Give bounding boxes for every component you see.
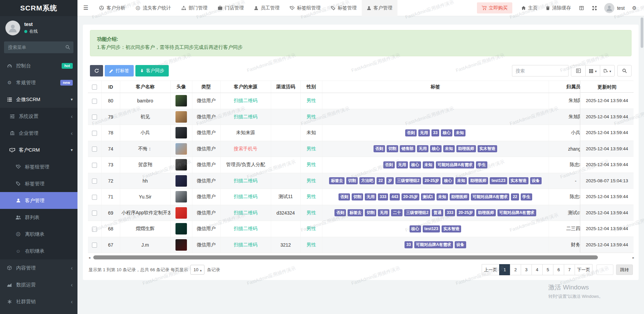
- row-checkbox[interactable]: [92, 115, 97, 120]
- id-cell: 68: [101, 221, 120, 237]
- table-row[interactable]: 72hh微信用户扫描二维码男性标签去切割方法吧22岁三级管理组220-25岁核心…: [88, 173, 634, 189]
- type-cell: 微信用户: [192, 157, 220, 173]
- tab-tag[interactable]: 标签管理: [326, 0, 362, 16]
- clear-cache-link[interactable]: 清除缓存: [542, 5, 575, 11]
- settings-gear-icon[interactable]: ⚙: [628, 5, 641, 11]
- scroll-right-arrow-icon[interactable]: [633, 255, 634, 260]
- pagination-page-4[interactable]: 4: [532, 264, 543, 275]
- sidebar-item-general[interactable]: ⚙常规管理new: [0, 74, 77, 91]
- tab-department[interactable]: 部门管理: [176, 0, 213, 16]
- user-panel[interactable]: test 在线: [0, 16, 77, 38]
- source-cell: 扫描二维码: [220, 109, 271, 125]
- sidebar-item-company[interactable]: 企业管理‹: [0, 125, 77, 142]
- horizontal-scrollbar[interactable]: [89, 255, 633, 260]
- select-all-checkbox[interactable]: [92, 85, 97, 90]
- tab-label: 标签组管理: [297, 5, 321, 11]
- refresh-button[interactable]: [90, 65, 103, 76]
- customer-avatar: [175, 143, 187, 155]
- pagination-page-5[interactable]: 5: [542, 264, 553, 275]
- users-icon: [14, 215, 22, 220]
- vertical-scrollbar[interactable]: [641, 18, 643, 311]
- search-button[interactable]: [617, 65, 632, 76]
- tag-action-button[interactable]: 打标签: [105, 65, 134, 76]
- table-row[interactable]: 69小程序App软件定制开发微信用户扫描二维码d324324男性否则标签去切割无…: [88, 205, 634, 221]
- table-row[interactable]: 71Yu.Sir微信用户扫描二维码测试11男性否则切割无用33344320-25…: [88, 189, 634, 205]
- jump-button[interactable]: 跳转: [616, 264, 633, 275]
- sidebar-item-console[interactable]: 控制台hot: [0, 57, 77, 74]
- detail-view-icon: [576, 68, 581, 73]
- menu-toggle-icon[interactable]: ☰: [77, 4, 94, 11]
- customer-sync-button[interactable]: 客户同步: [135, 65, 169, 76]
- row-checkbox[interactable]: [92, 163, 97, 168]
- pagination-next[interactable]: 下一页: [575, 264, 592, 275]
- tab-customer-analysis[interactable]: 客户分析: [94, 0, 130, 16]
- export-button[interactable]: [600, 65, 615, 76]
- clear-cache-label: 清除缓存: [552, 5, 571, 11]
- tab-store[interactable]: 门店管理: [213, 0, 249, 16]
- detail-view-button[interactable]: [571, 65, 586, 76]
- sidebar-item-tag[interactable]: 标签管理: [0, 175, 77, 192]
- tags-cell: 核心test123实木智造: [322, 221, 549, 237]
- sidebar-item-leave-inherit[interactable]: ☹离职继承: [0, 226, 77, 243]
- tab-churn-stats[interactable]: ☹流失客户统计: [130, 0, 176, 16]
- sidebar-item-active-inherit[interactable]: ☺在职继承: [0, 243, 77, 259]
- chart-icon: [5, 283, 13, 287]
- tags-cell: 否则标签去切割无用二十三级管理组2普通33320-25岁助理医师可能对品牌A有需…: [322, 205, 549, 221]
- sidebar-item-community[interactable]: 社群营销‹: [0, 293, 77, 310]
- sidebar-item-group-list[interactable]: 群列表: [0, 209, 77, 226]
- row-checkbox[interactable]: [92, 179, 97, 184]
- row-checkbox[interactable]: [92, 243, 97, 248]
- table-row[interactable]: 74不悔：微信用户搜索手机号男性否则切割销售部无用核心未知助理医师实木智造zha…: [88, 141, 634, 157]
- sidebar-item-label: 系统设置: [19, 113, 38, 120]
- row-checkbox[interactable]: [92, 227, 97, 232]
- sidebar-item-wework-scrm[interactable]: 企微SCRM▾: [0, 91, 77, 108]
- pagination-page-3[interactable]: 3: [521, 264, 532, 275]
- row-checkbox[interactable]: [92, 195, 97, 200]
- row-checkbox[interactable]: [92, 99, 97, 104]
- scroll-left-arrow-icon[interactable]: [89, 255, 90, 260]
- chevron-down-icon: ▾: [71, 148, 73, 152]
- tag-badge: 切割: [365, 209, 376, 216]
- columns-button[interactable]: [585, 65, 600, 76]
- table-row[interactable]: 68熠熠生辉微信用户扫描二维码男性核心test123实木智造二三四五: [88, 221, 634, 237]
- home-link[interactable]: 主页: [517, 5, 542, 11]
- online-dot-icon: [24, 30, 27, 33]
- tab-employee[interactable]: 员工管理: [249, 0, 285, 16]
- table-row[interactable]: 67J.m微信用户扫描二维码3212男性33可能对品牌A有需求设备财务: [88, 237, 634, 253]
- user-menu[interactable]: test: [601, 3, 628, 13]
- vertical-scrollbar-thumb[interactable]: [641, 18, 643, 48]
- table-row[interactable]: 78小兵微信用户未知来源未知否则无用33核心未知小兵: [88, 125, 634, 141]
- type-cell: 微信用户: [192, 109, 220, 125]
- avatar-cell: [170, 237, 192, 253]
- row-checkbox[interactable]: [92, 147, 97, 152]
- fullscreen-icon[interactable]: [588, 6, 601, 10]
- row-checkbox[interactable]: [92, 131, 97, 136]
- pagination-prev[interactable]: 上一页: [482, 264, 500, 275]
- smile-icon: ☺: [14, 248, 22, 254]
- pagination-page-6[interactable]: 6: [553, 264, 564, 275]
- sidebar-item-customer-crm[interactable]: 客户CRM▾: [0, 142, 77, 158]
- pagination-page-1[interactable]: 1: [499, 264, 510, 275]
- sidebar-item-tag-group[interactable]: 标签组管理: [0, 158, 77, 175]
- table-row[interactable]: 73贺彦翔微信用户管理员/负责人分配男性否则无用核心未知可能对品牌A有需求学生陈…: [88, 157, 634, 173]
- row-checkbox[interactable]: [92, 211, 97, 216]
- pagination-page-7[interactable]: 7: [564, 264, 575, 275]
- language-icon[interactable]: [575, 6, 588, 10]
- sidebar-item-data-ops[interactable]: 数据运营‹: [0, 276, 77, 293]
- tab-tag-group[interactable]: 标签组管理: [285, 0, 326, 16]
- horizontal-scrollbar-thumb[interactable]: [93, 255, 598, 259]
- tab-customer[interactable]: 客户管理: [362, 0, 397, 16]
- updated-cell: 2025-12-04 13:59:44: [580, 141, 634, 157]
- sidebar-item-system-setting[interactable]: 系统设置‹: [0, 108, 77, 125]
- table-row[interactable]: 80bambro微信用户扫描二维码男性朱旭阳: [88, 93, 634, 109]
- buy-now-button[interactable]: 立即购买: [477, 2, 512, 13]
- menu-search-input[interactable]: [4, 41, 73, 53]
- table-search-input[interactable]: [512, 65, 569, 76]
- sidebar-item-customer[interactable]: 客户管理: [0, 192, 77, 209]
- jump-page-input[interactable]: [597, 264, 613, 275]
- table-row[interactable]: 79初见微信用户扫描二维码男性朱旭阳: [88, 109, 634, 125]
- page-size-dropdown[interactable]: 10: [190, 265, 204, 275]
- pagination-page-2[interactable]: 2: [510, 264, 521, 275]
- sidebar-item-label: 数据运营: [16, 282, 36, 288]
- sidebar-item-content-mgmt[interactable]: 内容管理‹: [0, 259, 77, 276]
